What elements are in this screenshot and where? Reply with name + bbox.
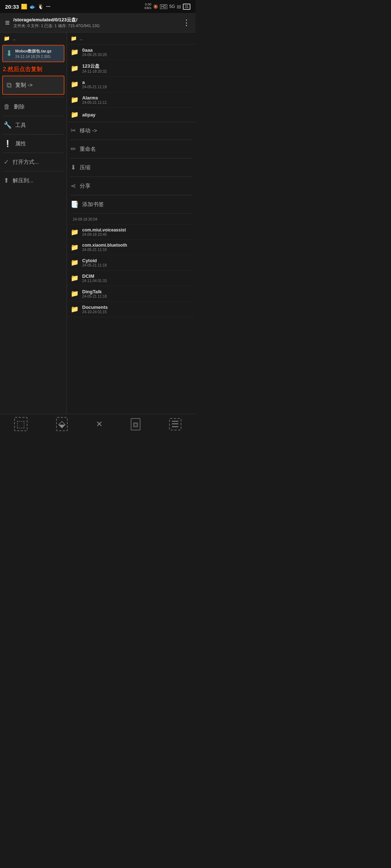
folder-icon-voiceassist: 📁 [71, 228, 79, 236]
folder-item-alarms[interactable]: 📁 Alarms 24-05-21 11:11 [67, 92, 196, 108]
file-date: 24-11-14 18:29 [15, 55, 40, 59]
select-partial-icon: ⬙ [56, 417, 68, 431]
battery-icon: 31 [183, 4, 190, 10]
left-panel: 📁 .. ⬇ Mobox数据包.tar.gz 24-11-14 18:29 2.… [0, 33, 67, 414]
right-menu-divider-5 [70, 213, 193, 214]
share-icon: ⋖ [71, 182, 76, 190]
folder-icon-documents: 📁 [71, 305, 79, 313]
more-options-icon[interactable]: ⋮ [182, 18, 190, 27]
menu-divider-2 [3, 116, 64, 116]
folder-icon-0aaa: 📁 [71, 48, 79, 56]
menu-item-open-with[interactable]: ✓ 打开方式... [0, 154, 67, 170]
right-menu-move[interactable]: ✂ 移动 -> [67, 122, 196, 139]
open-with-icon: ✓ [4, 158, 9, 166]
folder-info-cytoid: Cytoid 24-05-21 11:18 [82, 258, 107, 267]
folder-info-dcim: DCIM 24-11-04 01:33 [82, 273, 107, 283]
menu-divider-4 [3, 153, 64, 153]
folder-icon-alarms: 📁 [71, 96, 79, 104]
folder-icon-alipay: 📁 [71, 111, 79, 119]
folder-name-123yunpan: 123云盘 [82, 63, 107, 69]
folder-date-bluetooth: 24-05-21 11:10 [82, 248, 127, 252]
rename-icon: ✏ [71, 145, 76, 153]
menu-item-properties[interactable]: ❕ 属性 [0, 135, 67, 152]
toolbar-select-all[interactable]: ⬚ [14, 417, 28, 431]
properties-label: 属性 [15, 140, 26, 147]
menu-item-copy[interactable]: ⧉ 复制 -> [2, 76, 64, 95]
toolbar-close[interactable]: ✕ [96, 420, 102, 429]
properties-icon: ❕ [4, 140, 12, 148]
header-title-block: /storage/emulated/0/123云盘/ 文件夹: 0 文件: 1 … [13, 17, 179, 29]
folder-info-alipay: alipay [82, 112, 96, 118]
toolbar-select-partial[interactable]: ⬙ [56, 417, 68, 431]
compress-icon: ⬇ [71, 163, 76, 171]
compress-label: 压缩 [80, 164, 91, 171]
right-menu-rename[interactable]: ✏ 重命名 [67, 141, 196, 157]
menu-item-tools[interactable]: 🔧 工具 [0, 117, 67, 133]
folder-item-alipay[interactable]: 📁 alipay [67, 108, 196, 122]
open-with-label: 打开方式... [13, 159, 39, 166]
folder-info-alarms: Alarms 24-05-21 11:11 [82, 95, 107, 105]
current-path: /storage/emulated/0/123云盘/ [13, 17, 179, 23]
folder-item-dcim[interactable]: 📁 DCIM 24-11-04 01:33 [67, 271, 196, 286]
folder-icon-dingtalk: 📁 [71, 290, 79, 298]
folder-name-dcim: DCIM [82, 273, 107, 279]
folder-item-bluetooth[interactable]: 📁 com.xiaomi.bluetooth 24-05-21 11:10 [67, 240, 196, 255]
folder-icon-123yunpan: 📁 [71, 64, 79, 72]
folder-icon-dcim: 📁 [71, 274, 79, 282]
folder-name-0aaa: 0aaa [82, 47, 107, 53]
toolbar-list-view[interactable]: ☰ [169, 418, 181, 430]
folder-name-alarms: Alarms [82, 95, 107, 101]
signal-bars: |||| [177, 4, 181, 9]
network-speed: 0.00KB/s [144, 3, 151, 10]
menu-item-extract[interactable]: ⬆ 解压到... [0, 172, 67, 189]
folder-up-icon-right: 📁 [71, 35, 77, 41]
path-meta: 文件夹: 0 文件: 1 已选: 1 储存: 715.47G/941.13G [13, 23, 179, 29]
folder-name-alipay: alipay [82, 112, 96, 118]
file-name: Mobox数据包.tar.gz [15, 48, 51, 54]
right-menu-compress[interactable]: ⬇ 压缩 [67, 159, 196, 176]
menu-divider-1 [3, 97, 64, 97]
folder-item-date-separator: 24-09-18 20:04 [67, 214, 196, 225]
folder-info-bluetooth: com.xiaomi.bluetooth 24-05-21 11:10 [82, 243, 127, 252]
folder-name-cytoid: Cytoid [82, 258, 107, 263]
folder-item-voiceassist[interactable]: 📁 com.miui.voiceassist 24-09-18 23:45 [67, 225, 196, 240]
delete-icon: 🗑 [4, 103, 10, 111]
more-files-date: 24-09-18 20:04 [73, 217, 97, 221]
notification-icon-3: 🐧 [38, 4, 44, 9]
folder-icon-bluetooth: 📁 [71, 243, 79, 251]
folder-item-0aaa[interactable]: 📁 0aaa 24-09-25 20:20 [67, 44, 196, 60]
status-time: 20:33 [5, 4, 19, 10]
folder-item-documents[interactable]: 📁 Documents 24-10-24 01:15 [67, 302, 196, 317]
left-up-dir[interactable]: 📁 .. [0, 33, 67, 44]
tools-icon: 🔧 [4, 121, 12, 129]
right-up-dir-label: .. [80, 35, 83, 41]
notification-dots: ··· [46, 4, 50, 9]
folder-name-a: a [82, 80, 107, 85]
select-all-icon: ⬚ [14, 417, 28, 431]
right-menu-share[interactable]: ⋖ 分享 [67, 178, 196, 194]
app-container: 20:33 🟨 🐟 🐧 ··· 0.00KB/s 🔕 HD 5G |||| 31… [0, 0, 196, 434]
menu-item-delete[interactable]: 🗑 删除 [0, 99, 67, 115]
bookmark-label: 添加书签 [82, 201, 104, 208]
folder-item-a[interactable]: 📁 a 24-05-21 11:19 [67, 77, 196, 92]
right-menu-divider-4 [70, 195, 193, 195]
folder-name-bluetooth: com.xiaomi.bluetooth [82, 243, 127, 248]
file-details: Mobox数据包.tar.gz 24-11-14 18:29 2.30G [15, 48, 51, 59]
folder-item-123yunpan[interactable]: 📁 123云盘 24-11-18 20:32 [67, 60, 196, 77]
move-icon: ✂ [71, 127, 76, 135]
tools-label: 工具 [15, 122, 26, 129]
selected-file-item[interactable]: ⬇ Mobox数据包.tar.gz 24-11-14 18:29 2.30G 1… [2, 45, 64, 62]
right-up-dir[interactable]: 📁 .. [67, 33, 196, 44]
toolbar-split-view[interactable]: ⧈ [131, 418, 140, 430]
folder-info-documents: Documents 24-10-24 01:15 [82, 305, 108, 314]
list-view-icon: ☰ [169, 418, 181, 430]
bookmark-icon: 📑 [71, 200, 79, 208]
signal-5g: 5G [169, 4, 175, 9]
right-menu-bookmark[interactable]: 📑 添加书签 [67, 196, 196, 213]
share-label: 分享 [80, 183, 91, 190]
folder-info-a: a 24-05-21 11:19 [82, 80, 107, 89]
hamburger-icon[interactable]: ≡ [5, 18, 10, 27]
folder-date-cytoid: 24-05-21 11:18 [82, 263, 107, 267]
folder-item-cytoid[interactable]: 📁 Cytoid 24-05-21 11:18 [67, 255, 196, 271]
folder-item-dingtalk[interactable]: 📁 DingTalk 24-05-21 11:18 [67, 286, 196, 302]
